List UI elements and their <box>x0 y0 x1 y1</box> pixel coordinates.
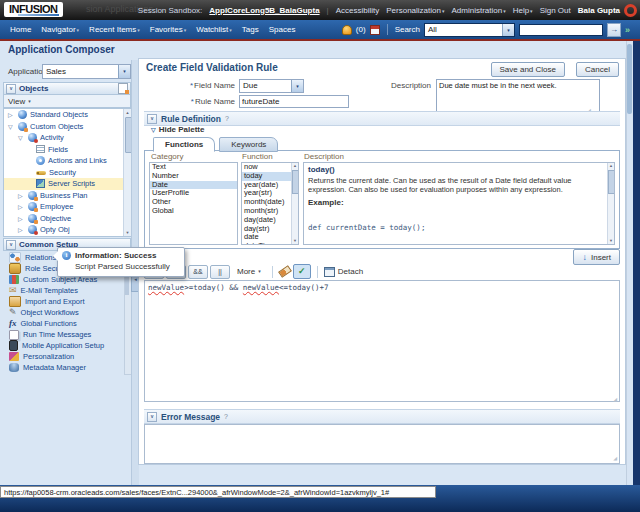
collapse-icon[interactable]: ∨ <box>147 114 157 124</box>
accessibility-link[interactable]: Accessibility <box>336 6 380 15</box>
sidebar-item-mobile-application-setup[interactable]: Mobile Application Setup <box>3 340 123 351</box>
sidebar-item-object-workflows[interactable]: ✎Object Workflows <box>3 307 123 318</box>
description-scrollbar[interactable]: ▲ ▼ <box>607 163 614 244</box>
sidebar-item-run-time-messages[interactable]: Run Time Messages <box>3 329 123 340</box>
function-list: now today year(date) year(str) month(dat… <box>241 162 299 245</box>
cancel-button[interactable]: Cancel <box>576 62 619 77</box>
tree-item-clipped[interactable]: ▷ <box>4 236 130 238</box>
rule-name-input[interactable] <box>239 95 349 108</box>
insert-button[interactable]: ↓ Insert <box>573 249 620 265</box>
search-go-button[interactable]: → <box>607 23 621 37</box>
collapse-icon[interactable]: ∨ <box>6 240 16 250</box>
expander-icon[interactable]: ▽ <box>8 123 15 130</box>
operator-or-button[interactable]: || <box>210 265 230 279</box>
error-message-header[interactable]: ∨ Error Message ? <box>144 409 620 424</box>
eraser-icon[interactable] <box>278 265 292 278</box>
expander-icon[interactable]: ▷ <box>18 226 25 233</box>
nav-home[interactable]: Home <box>10 25 31 34</box>
function-list-scrollbar[interactable]: ▲ ▼ <box>291 163 298 244</box>
scroll-thumb[interactable] <box>627 44 632 114</box>
chevron-down-icon[interactable]: ▾ <box>118 65 130 78</box>
tree-item-security[interactable]: Security <box>4 167 130 179</box>
scroll-thumb[interactable] <box>292 170 299 194</box>
application-window: INFUSION sion Applications Session Sandb… <box>0 0 640 512</box>
validate-script-button[interactable]: ✓ <box>293 264 311 279</box>
save-and-close-button[interactable]: Save and Close <box>491 62 565 77</box>
application-select[interactable]: Sales ▾ <box>42 64 131 79</box>
expander-icon[interactable]: ▷ <box>18 203 25 210</box>
help-icon[interactable]: ? <box>225 115 229 122</box>
function-datetime[interactable]: dateTime <box>242 242 298 245</box>
objects-panel-header[interactable]: ∨ Objects <box>3 82 131 95</box>
sidebar-item-email-templates[interactable]: ✉E-Mail Templates <box>3 285 123 296</box>
chevron-down-icon[interactable]: ▾ <box>291 80 303 92</box>
expander-icon[interactable]: ▷ <box>8 111 15 118</box>
view-menu[interactable]: View ▾ <box>3 95 131 108</box>
mobile-icon <box>9 340 18 351</box>
nav-recent-items[interactable]: Recent Items▾ <box>89 25 140 34</box>
nav-watchlist[interactable]: Watchlist▾ <box>196 25 232 34</box>
category-global[interactable]: Global <box>150 207 237 216</box>
divider <box>387 24 388 35</box>
function-signature: today() <box>308 165 604 174</box>
expander-icon[interactable]: ▷ <box>18 215 25 222</box>
tree-item-objective[interactable]: ▷Objective <box>4 213 130 225</box>
expander-icon[interactable]: ▽ <box>18 134 25 141</box>
hide-palette-toggle[interactable]: ▽ Hide Palette <box>151 125 204 134</box>
search-input[interactable] <box>519 24 603 36</box>
tree-item-standard-objects[interactable]: ▷Standard Objects <box>4 109 130 121</box>
nav-tags[interactable]: Tags <box>242 25 259 34</box>
scroll-up-icon[interactable]: ▲ <box>608 163 614 169</box>
tree-item-employee[interactable]: ▷Employee <box>4 201 130 213</box>
expander-icon[interactable]: ▷ <box>18 192 25 199</box>
sidebar-item-personalization[interactable]: Personalization <box>3 351 123 362</box>
collapse-icon[interactable]: ∨ <box>147 412 157 422</box>
tree-item-custom-objects[interactable]: ▽Custom Objects <box>4 121 130 133</box>
search-scope-select[interactable]: All ▾ <box>424 23 515 37</box>
tab-keywords[interactable]: Keywords <box>219 137 278 152</box>
advanced-search-icon[interactable]: » <box>625 25 630 35</box>
sidebar-item-metadata-manager[interactable]: Metadata Manager <box>3 362 123 373</box>
personalization-menu[interactable]: Personalization▾ <box>386 6 444 15</box>
error-message-textarea[interactable] <box>144 424 620 464</box>
category-column-header: Category <box>151 152 183 161</box>
scroll-up-icon[interactable]: ▲ <box>292 163 298 169</box>
tree-scrollbar[interactable]: ▲ ▼ <box>123 109 131 236</box>
detach-button[interactable]: Detach <box>324 267 363 277</box>
calendar-icon[interactable] <box>370 25 380 35</box>
notifications-bell-icon[interactable] <box>342 25 352 35</box>
session-sandbox-link[interactable]: ApplCoreLong5B_BalaGupta <box>209 6 319 15</box>
sidebar-item-import-and-export[interactable]: Import and Export <box>3 296 123 307</box>
tree-item-opty-obj[interactable]: ▷Opty Obj <box>4 224 130 236</box>
scroll-down-icon[interactable]: ▼ <box>608 238 614 244</box>
collapse-icon[interactable]: ∨ <box>6 84 16 94</box>
sign-out-link[interactable]: Sign Out <box>540 6 571 15</box>
chevron-down-icon[interactable]: ▾ <box>502 24 514 36</box>
rule-definition-header[interactable]: ∨ Rule Definition ? <box>144 111 620 126</box>
expression-editor[interactable]: newValue>=today() && newValue<=today()+7 <box>144 280 620 402</box>
scroll-up-icon[interactable]: ▲ <box>124 109 131 116</box>
new-object-icon[interactable] <box>118 83 128 94</box>
scroll-thumb[interactable] <box>608 170 615 194</box>
tree-item-actions-and-links[interactable]: Actions and Links <box>4 155 130 167</box>
resize-grip-icon[interactable]: ◢ <box>613 455 617 461</box>
tree-item-fields[interactable]: Fields <box>4 144 130 156</box>
scroll-down-icon[interactable]: ▼ <box>292 238 298 244</box>
help-menu[interactable]: Help▾ <box>513 6 533 15</box>
more-menu-button[interactable]: More▾ <box>232 266 266 278</box>
tab-functions[interactable]: Functions <box>153 137 215 152</box>
tree-item-server-scripts[interactable]: Server Scripts <box>4 178 130 190</box>
tree-item-activity[interactable]: ▽Activity <box>4 132 130 144</box>
nav-spaces[interactable]: Spaces <box>269 25 296 34</box>
scroll-down-icon[interactable]: ▼ <box>124 229 131 236</box>
tree-item-business-plan[interactable]: ▷Business Plan <box>4 190 130 202</box>
caret-down-icon: ▾ <box>503 8 506 14</box>
field-name-select[interactable]: Due ▾ <box>239 79 304 93</box>
administration-menu[interactable]: Administration▾ <box>451 6 505 15</box>
nav-favorites[interactable]: Favorites▾ <box>150 25 186 34</box>
nav-navigator[interactable]: Navigator▾ <box>41 25 79 34</box>
help-icon[interactable]: ? <box>224 413 228 420</box>
operator-and-button[interactable]: && <box>188 265 208 279</box>
resize-grip-icon[interactable]: ◢ <box>613 396 617 402</box>
sidebar-item-global-functions[interactable]: fxGlobal Functions <box>3 318 123 329</box>
